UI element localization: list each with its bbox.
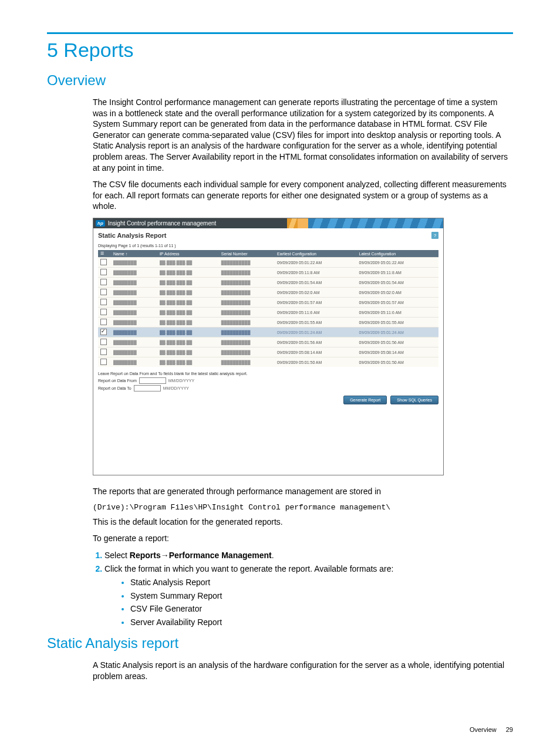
table-row[interactable]: ██████████.███.███.████████████09/09/200… (98, 268, 438, 278)
col-earliest[interactable]: Earliest Configuration (275, 250, 356, 258)
col-ip[interactable]: IP Address (157, 250, 219, 258)
table-row[interactable]: ██████████.███.███.████████████09/09/200… (98, 278, 438, 288)
static-analysis-para: A Static Analysis report is an analysis … (93, 660, 513, 681)
list-item: Static Analysis Report (130, 577, 513, 588)
row-serial: ██████████ (219, 357, 275, 367)
row-checkbox[interactable] (98, 288, 111, 298)
table-row[interactable]: ██████████.███.███.████████████09/09/200… (98, 337, 438, 347)
static-analysis-heading: Static Analysis report (47, 635, 513, 652)
row-serial: ██████████ (219, 328, 275, 337)
report-subheader: Static Analysis Report ? (93, 228, 443, 242)
to-generate-text: To generate a report: (93, 533, 513, 544)
form-note: Leave Report on Data From and To fields … (93, 368, 443, 377)
row-earliest: 09/09/2009 05:01:56 AM (275, 337, 356, 347)
row-latest: 09/09/2009 05:01:57 AM (357, 298, 438, 308)
row-serial: ██████████ (219, 318, 275, 328)
table-row[interactable]: ██████████.███.███.████████████09/09/200… (98, 318, 438, 328)
col-latest[interactable]: Latest Configuration (357, 250, 438, 258)
table-row[interactable]: ██████████.███.███.████████████09/09/200… (98, 347, 438, 357)
to-hint: MM/DD/YYYY (163, 386, 189, 390)
row-checkbox[interactable] (98, 357, 111, 367)
top-rule (47, 32, 513, 34)
overview-heading: Overview (47, 72, 513, 89)
row-checkbox[interactable] (98, 258, 111, 268)
row-earliest: 09/09/2009 05:01:54 AM (275, 278, 356, 288)
row-checkbox[interactable] (98, 268, 111, 278)
row-checkbox[interactable] (98, 337, 111, 347)
help-icon[interactable]: ? (431, 232, 438, 239)
row-checkbox[interactable] (98, 347, 111, 357)
row-earliest: 09/09/2009 05:01:22 AM (275, 258, 356, 268)
row-earliest: 09/09/2009 05:11:6 AM (275, 308, 356, 318)
table-row[interactable]: ██████████.███.███.████████████09/09/200… (98, 328, 438, 337)
row-checkbox[interactable] (98, 308, 111, 318)
app-title: Insight Control performance management (108, 220, 217, 227)
row-earliest: 09/09/2009 05:01:55 AM (275, 318, 356, 328)
col-serial[interactable]: Serial Number (219, 250, 275, 258)
overview-para-2: The CSV file documents each individual s… (93, 179, 513, 212)
row-serial: ██████████ (219, 288, 275, 298)
row-name: ████████ (111, 308, 157, 318)
paging-text: Displaying Page 1 of 1 (results 1-11 of … (93, 242, 443, 249)
row-ip: ██.███.███.██ (157, 288, 219, 298)
from-label: Report on Data From (98, 379, 137, 383)
row-serial: ██████████ (219, 337, 275, 347)
row-earliest: 09/09/2009 05:01:50 AM (275, 357, 356, 367)
row-ip: ██.███.███.██ (157, 318, 219, 328)
row-name: ████████ (111, 357, 157, 367)
row-checkbox[interactable] (98, 278, 111, 288)
row-latest: 09/09/2009 05:08:14 AM (357, 347, 438, 357)
chapter-title: 5 Reports (47, 39, 513, 62)
row-ip: ██.███.███.██ (157, 347, 219, 357)
row-checkbox[interactable] (98, 328, 111, 337)
row-serial: ██████████ (219, 347, 275, 357)
footer-page: 29 (506, 726, 513, 733)
row-latest: 09/09/2009 05:11:8 AM (357, 268, 438, 278)
brand-ribbon (298, 218, 443, 228)
row-serial: ██████████ (219, 268, 275, 278)
row-serial: ██████████ (219, 298, 275, 308)
table-row[interactable]: ██████████.███.███.████████████09/09/200… (98, 258, 438, 268)
row-earliest: 09/09/2009 05:11:8 AM (275, 268, 356, 278)
generate-steps: Select Reports→Performance Management. C… (93, 550, 513, 628)
row-latest: 09/09/2009 05:01:24 AM (357, 328, 438, 337)
row-name: ████████ (111, 347, 157, 357)
from-input[interactable] (139, 377, 166, 384)
row-earliest: 09/09/2009 05:01:24 AM (275, 328, 356, 337)
row-ip: ██.███.███.██ (157, 308, 219, 318)
list-item: Server Availability Report (130, 617, 513, 628)
row-checkbox[interactable] (98, 298, 111, 308)
table-row[interactable]: ██████████.███.███.████████████09/09/200… (98, 288, 438, 298)
default-location-text: This is the default location for the gen… (93, 517, 513, 528)
show-sql-button[interactable]: Show SQL Queries (390, 396, 438, 404)
row-serial: ██████████ (219, 278, 275, 288)
generate-report-button[interactable]: Generate Report (343, 396, 387, 404)
screenshot-whitespace (93, 410, 443, 475)
row-name: ████████ (111, 288, 157, 298)
row-ip: ██.███.███.██ (157, 337, 219, 347)
stored-in-text: The reports that are generated through p… (93, 486, 513, 497)
row-ip: ██.███.███.██ (157, 357, 219, 367)
row-ip: ██.███.███.██ (157, 298, 219, 308)
row-name: ████████ (111, 298, 157, 308)
row-latest: 09/09/2009 05:01:55 AM (357, 318, 438, 328)
step-2: Click the format in which you want to ge… (104, 563, 513, 628)
table-row[interactable]: ██████████.███.███.████████████09/09/200… (98, 298, 438, 308)
overview-para-1: The Insight Control performance manageme… (93, 97, 513, 173)
col-name[interactable]: Name↑ (111, 250, 157, 258)
table-row[interactable]: ██████████.███.███.████████████09/09/200… (98, 308, 438, 318)
formats-list: Static Analysis ReportSystem Summary Rep… (104, 577, 513, 629)
row-latest: 09/09/2009 05:02:0 AM (357, 288, 438, 298)
row-checkbox[interactable] (98, 318, 111, 328)
row-earliest: 09/09/2009 05:01:57 AM (275, 298, 356, 308)
row-name: ████████ (111, 268, 157, 278)
app-header: hp Insight Control performance managemen… (93, 218, 443, 228)
row-name: ████████ (111, 278, 157, 288)
row-ip: ██.███.███.██ (157, 268, 219, 278)
row-serial: ██████████ (219, 258, 275, 268)
list-item: System Summary Report (130, 590, 513, 602)
col-select[interactable]: ☰ (98, 250, 111, 258)
row-earliest: 09/09/2009 05:08:14 AM (275, 347, 356, 357)
table-row[interactable]: ██████████.███.███.████████████09/09/200… (98, 357, 438, 367)
to-input[interactable] (134, 385, 161, 391)
